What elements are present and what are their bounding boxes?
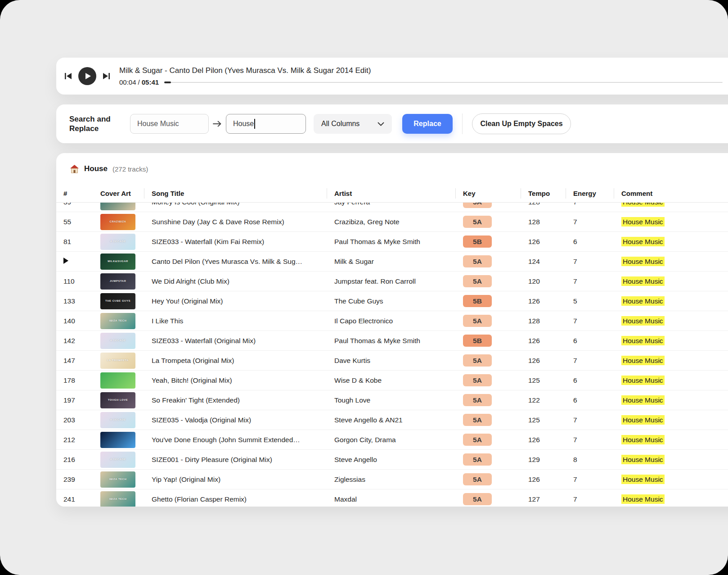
energy-value: 7: [573, 436, 621, 444]
column-header-number: #: [56, 185, 100, 202]
comment-text: House Music: [621, 203, 665, 207]
comment-text: House Music: [621, 257, 665, 266]
tempo-value: 128: [528, 218, 573, 226]
artist-name: Tough Love: [334, 396, 463, 404]
cover-art-label: CRAZIBIZA: [110, 220, 126, 224]
cleanup-button[interactable]: Clean Up Empty Spaces: [472, 113, 571, 134]
table-row[interactable]: 178 Yeah, Bitch! (Original Mix) Wise D &…: [56, 371, 728, 390]
track-info: Milk & Sugar - Canto Del Pilon (Yves Mur…: [119, 66, 728, 86]
tempo-value: 126: [528, 436, 573, 444]
previous-track-icon: [64, 72, 72, 80]
table-row[interactable]: 197 TOUGH LOVE So Freakin' Tight (Extend…: [56, 390, 728, 410]
row-number: 39: [63, 203, 71, 206]
tempo-value: 126: [528, 475, 573, 484]
cover-art-label: TECH: [114, 203, 122, 204]
tempo-value: 127: [528, 495, 573, 503]
table-row[interactable]: 55 CRAZIBIZA Sunshine Day (Jay C & Dave …: [56, 212, 728, 232]
playlist-header: House (272 tracks): [56, 153, 728, 185]
cover-art: MILK&SUGAR: [100, 254, 135, 270]
comment-text: House Music: [621, 336, 665, 345]
row-number: 197: [63, 396, 75, 404]
energy-value: 7: [573, 258, 621, 266]
time-separator: /: [138, 78, 140, 86]
song-title: SIZE033 - Waterfall (Kim Fai Remix): [152, 238, 334, 246]
table-row[interactable]: 147 LA TROMPETA La Trompeta (Original Mi…: [56, 351, 728, 371]
cover-art: A DECADE: [100, 234, 135, 250]
key-badge: 5A: [463, 414, 492, 426]
row-number: 140: [63, 317, 75, 325]
tempo-value: 125: [528, 376, 573, 385]
table-row[interactable]: 81 A DECADE SIZE033 - Waterfall (Kim Fai…: [56, 232, 728, 252]
artist-name: Il Capo Electronico: [334, 317, 463, 325]
comment-text: House Music: [621, 395, 665, 405]
song-title: Ghetto (Florian Casper Remix): [152, 495, 334, 503]
arrow-right-icon: [213, 121, 222, 127]
cover-art: TOUGH LOVE: [100, 392, 135, 408]
replace-input[interactable]: House: [226, 114, 306, 134]
comment-text: House Music: [621, 415, 665, 425]
row-number: 55: [63, 218, 71, 226]
song-title: Canto Del Pilon (Yves Murasca Vs. Milk &…: [152, 258, 334, 266]
tempo-value: 126: [528, 238, 573, 246]
cover-art: A DECADE: [100, 452, 135, 468]
playing-indicator: [63, 258, 68, 264]
table-row[interactable]: 142 A DECADE SIZE033 - Waterfall (Origin…: [56, 331, 728, 351]
column-header-artist: Artist: [334, 185, 463, 202]
artist-name: Jumpstar feat. Ron Carroll: [334, 277, 463, 285]
artist-name: The Cube Guys: [334, 297, 463, 305]
cover-art-label: A DECADE: [110, 240, 126, 244]
comment-text: House Music: [621, 237, 665, 246]
cover-art: A DECADE: [100, 333, 135, 349]
table-row[interactable]: 216 A DECADE SIZE001 - Dirty Pleasure (O…: [56, 450, 728, 470]
row-number: 81: [63, 238, 71, 245]
comment-text: House Music: [621, 475, 665, 484]
key-badge: 5A: [463, 374, 492, 386]
energy-value: 7: [573, 277, 621, 285]
replace-input-value: House: [233, 120, 254, 128]
next-track-button[interactable]: [100, 71, 112, 81]
table-row[interactable]: 140 IBIZA TECH I Like This Il Capo Elect…: [56, 311, 728, 331]
search-replace-panel: Search and Replace House Music House All…: [56, 104, 728, 143]
table-row[interactable]: 203 A DECADE SIZE035 - Valodja (Original…: [56, 410, 728, 430]
cover-art-label: TOUGH LOVE: [108, 398, 128, 402]
table-row[interactable]: 110 JUMPSTAR We Did Alright (Club Mix) J…: [56, 272, 728, 291]
table-row[interactable]: 241 IBIZA TECH Ghetto (Florian Casper Re…: [56, 489, 728, 507]
table-row[interactable]: 212 You've Done Enough (John Summit Exte…: [56, 430, 728, 450]
cover-art: IBIZA TECH: [100, 313, 135, 329]
play-button[interactable]: [78, 67, 96, 85]
song-title: SIZE001 - Dirty Pleasure (Original Mix): [152, 456, 334, 464]
table-row[interactable]: 39 TECH Money Is Cool (Original Mix) Jay…: [56, 203, 728, 212]
player-bar: Milk & Sugar - Canto Del Pilon (Yves Mur…: [56, 58, 728, 95]
table-row[interactable]: MILK&SUGAR Canto Del Pilon (Yves Murasca…: [56, 252, 728, 272]
energy-value: 7: [573, 317, 621, 325]
row-number: 239: [63, 475, 75, 483]
table-row[interactable]: 239 IBIZA TECH Yip Yap! (Original Mix) Z…: [56, 470, 728, 489]
column-header-comment: Comment: [621, 185, 728, 202]
progress-bar[interactable]: [164, 81, 723, 84]
energy-value: 7: [573, 416, 621, 424]
song-title: You've Done Enough (John Summit Extended…: [152, 436, 334, 444]
columns-dropdown[interactable]: All Columns: [314, 114, 392, 134]
find-input-value: House Music: [137, 120, 179, 128]
replace-button[interactable]: Replace: [402, 114, 453, 134]
key-badge: 5A: [463, 255, 492, 267]
key-badge: 5A: [463, 453, 492, 466]
tempo-value: 126: [528, 357, 573, 365]
artist-name: Wise D & Kobe: [334, 376, 463, 385]
row-number: 133: [63, 297, 75, 305]
comment-text: House Music: [621, 276, 665, 286]
play-icon: [85, 73, 91, 79]
find-input[interactable]: House Music: [130, 114, 209, 134]
table-row[interactable]: 133 THE CUBE GUYS Hey You! (Original Mix…: [56, 291, 728, 311]
artist-name: Steve Angello: [334, 456, 463, 464]
cover-art: TECH: [100, 203, 135, 210]
cover-art: LA TROMPETA: [100, 353, 135, 369]
previous-track-button[interactable]: [63, 71, 74, 81]
cover-art-label: IBIZA TECH: [109, 478, 126, 481]
divider: [462, 113, 463, 134]
energy-value: 6: [573, 396, 621, 404]
key-badge: 5B: [463, 295, 492, 307]
energy-value: 7: [573, 495, 621, 503]
track-rows: 39 TECH Money Is Cool (Original Mix) Jay…: [56, 203, 728, 507]
energy-value: 7: [573, 203, 621, 206]
